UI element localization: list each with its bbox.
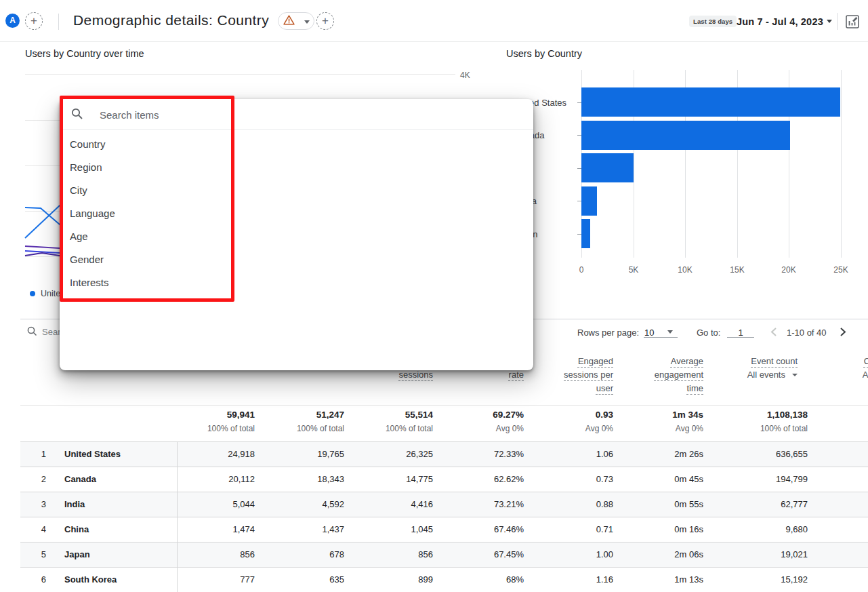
chevron-down-icon	[667, 330, 673, 334]
row-cell: 635	[249, 568, 344, 592]
table-row[interactable]: 5Japan85667885667.45%1.002m 06s19,021	[20, 542, 868, 567]
row-cell: 1,474	[160, 517, 255, 542]
bar-chart-x-tick-label: 5K	[613, 265, 654, 275]
bar	[581, 153, 634, 182]
bar	[581, 121, 790, 150]
row-cell: 2m 06s	[608, 542, 703, 567]
bar	[581, 87, 840, 117]
row-country: United States	[64, 442, 121, 467]
bar-axis-tick	[577, 135, 581, 136]
column-metric-selector[interactable]: All events	[825, 368, 868, 382]
row-country: Canada	[64, 467, 96, 492]
row-cell: 636,655	[713, 442, 808, 467]
bar-chart-x-tick-label: 20K	[768, 265, 809, 275]
totals-value: 55,514	[338, 410, 433, 420]
row-rank: 3	[35, 492, 46, 517]
row-cell: 62.62%	[429, 467, 524, 492]
row-cell: 68%	[429, 568, 524, 592]
rows-per-page-underline	[644, 337, 678, 338]
totals-subtext: 100% of total	[160, 424, 255, 433]
goto-page-input[interactable]: 1	[727, 328, 754, 338]
add-comparison-button[interactable]: +	[25, 12, 43, 30]
row-cell: 1,045	[338, 517, 433, 542]
totals-subtext: Avg 0%	[518, 424, 613, 433]
bar-axis-tick	[577, 201, 581, 201]
row-cell: 899	[338, 568, 433, 592]
totals-subtext: 100% of total	[338, 424, 433, 433]
column-metric-selector[interactable]: All events	[709, 368, 798, 382]
warning-icon	[283, 15, 295, 25]
customize-report-icon[interactable]	[845, 14, 860, 29]
row-cell: 0m 16s	[608, 517, 703, 542]
add-filter-button[interactable]: +	[316, 12, 334, 30]
row-cell: 4,416	[338, 492, 433, 517]
row-cell: 4,592	[249, 492, 344, 517]
row-cell: 24,918	[160, 442, 255, 467]
row-cell: 19,765	[249, 442, 344, 467]
search-icon	[27, 326, 37, 336]
data-quality-button[interactable]	[278, 12, 314, 30]
row-cell: 1,437	[249, 517, 344, 542]
column-header[interactable]: Engagedsessions peruser	[525, 355, 613, 395]
header-divider	[58, 14, 59, 30]
row-cell: 777	[160, 568, 255, 592]
next-page-icon[interactable]	[839, 327, 847, 337]
table-row[interactable]: 4China1,4741,4371,04567.46%0.710m 16s9,6…	[20, 517, 868, 542]
row-rank: 5	[35, 542, 46, 567]
line-chart-gridline	[25, 74, 455, 75]
row-cell: 67.46%	[429, 517, 524, 542]
row-country: Japan	[64, 542, 90, 567]
row-country: India	[64, 492, 85, 517]
chevron-down-icon	[304, 20, 310, 24]
totals-subtext: 100% of total	[249, 424, 344, 433]
previous-page-icon[interactable]	[770, 327, 778, 337]
table-row[interactable]: 2Canada20,11218,34314,77562.62%0.730m 45…	[20, 467, 868, 492]
rows-per-page-select[interactable]: 10	[644, 328, 654, 338]
row-cell: 1.06	[518, 442, 613, 467]
row-cell: 9,680	[713, 517, 808, 542]
bar-chart-x-tick-label: 10K	[665, 265, 705, 275]
row-cell: 26,325	[338, 442, 433, 467]
date-preset-badge: Last 28 days	[689, 16, 737, 27]
bar-axis-tick	[577, 168, 581, 169]
column-header[interactable]: ConversionsAll events	[825, 355, 868, 382]
line-chart-title: Users by Country over time	[25, 48, 144, 59]
row-cell: 1m 13s	[608, 568, 703, 592]
row-rank: 2	[35, 467, 46, 492]
row-cell: 67.45%	[429, 542, 524, 567]
row-cell: 0.88	[518, 492, 613, 517]
totals-value: 0.93	[518, 410, 613, 420]
header-divider	[837, 13, 838, 30]
column-header[interactable]: Averageengagementtime	[615, 355, 703, 395]
row-cell: 2m 26s	[608, 442, 703, 467]
row-cell: 0.71	[518, 517, 613, 542]
goto-underline	[727, 337, 754, 338]
totals-value: 69.27%	[429, 410, 524, 420]
rows-per-page-label: Rows per page:	[577, 328, 639, 338]
table-row[interactable]: 3India5,0444,5924,41673.21%0.880m 55s62,…	[20, 492, 868, 517]
annotation-highlight-box	[60, 96, 234, 302]
row-cell: 0m 55s	[608, 492, 703, 517]
app-bar: A + Demographic details: Country + Last …	[0, 0, 868, 42]
totals-value: 1m 34s	[608, 410, 703, 420]
bar-chart-x-tick-label: 25K	[821, 265, 861, 275]
totals-subtext: Avg 0%	[608, 424, 703, 433]
row-rank: 1	[35, 442, 46, 467]
page-title: Demographic details: Country	[73, 12, 269, 28]
table-row[interactable]: 1United States24,91819,76526,32572.33%1.…	[20, 441, 868, 467]
column-header[interactable]: Event countAll events	[709, 355, 798, 382]
date-range-selector[interactable]: Jun 7 - Jul 4, 2023	[737, 16, 823, 27]
legend-dot	[30, 291, 35, 296]
table-row[interactable]: 6South Korea77763589968%1.161m 13s15,192	[20, 567, 868, 592]
row-cell: 5,044	[160, 492, 255, 517]
totals-value: 59,941	[160, 410, 255, 420]
account-avatar[interactable]: A	[5, 14, 20, 28]
row-country: South Korea	[64, 568, 117, 592]
chevron-down-icon	[827, 20, 832, 23]
totals-subtext: 100% of total	[713, 424, 808, 433]
bar-chart-gridline	[841, 70, 842, 258]
bar-axis-tick	[577, 102, 581, 103]
row-cell: 856	[338, 542, 433, 567]
totals-subtext: Avg 0%	[429, 424, 524, 433]
bar-chart-x-tick-label: 0	[561, 265, 602, 275]
